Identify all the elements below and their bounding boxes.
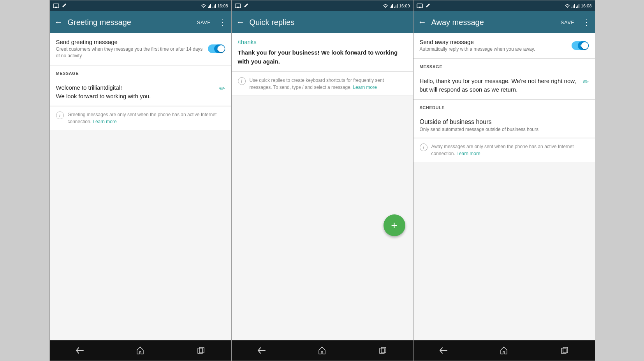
toggle-text-3: Send away message Automatically reply wi… [420,39,572,53]
signal-icon-2 [390,4,393,8]
svg-rect-3 [209,5,210,8]
nav-back-3[interactable] [437,346,450,355]
toggle-thumb-1 [218,45,225,52]
nav-back-1[interactable] [74,346,86,355]
nav-home-2[interactable] [316,346,328,355]
wifi-icon-2 [383,4,388,8]
screen-title-2: Quick replies [250,18,408,27]
fab-container-2: + [384,214,405,236]
shortcut-label-2: /thanks [238,39,407,45]
screenshot-icon-2 [235,4,241,8]
message-label-3: MESSAGE [420,64,443,69]
screenshot-icon [53,4,59,8]
fab-button-2[interactable]: + [384,214,405,236]
info-text-1: Greeting messages are only sent when the… [68,111,225,125]
toggle-thumb-3 [581,42,588,49]
status-icons-left-3 [417,4,430,8]
save-button-3[interactable]: SAVE [559,18,576,27]
svg-rect-5 [213,7,213,8]
status-bar-3: 16:08 [413,0,595,11]
status-icons-right-1: 16:08 [201,4,228,8]
nav-bar-2 [232,340,413,361]
status-bar-1: 16:08 [50,0,231,11]
signal2-icon-3 [576,4,579,8]
learn-more-link-2[interactable]: Learn more [353,85,377,90]
nav-bar-3 [413,340,595,361]
toggle-1[interactable]: ON [208,44,225,53]
signal-icon-1 [208,4,211,8]
info-row-1: i Greeting messages are only sent when t… [50,106,231,130]
schedule-subtitle-3: Only send automated message outside of b… [420,127,589,132]
edit-message-button-3[interactable]: ✏ [583,78,589,86]
info-icon-2: i [238,77,246,85]
schedule-label-3: SCHEDULE [420,105,445,110]
message-row-1[interactable]: Welcome to trilliantdigital!We look forw… [50,79,231,106]
edit-message-button-1[interactable]: ✏ [219,84,225,93]
top-bar-2: ← Quick replies [232,11,413,33]
svg-rect-23 [573,5,574,8]
svg-rect-22 [572,7,572,8]
more-button-1[interactable]: ⋮ [219,18,227,26]
message-label-1: MESSAGE [56,71,79,76]
toggle-subtitle-1: Greet customers when they message you th… [56,46,208,59]
message-label-row-1: MESSAGE [50,65,231,79]
content-3: Send away message Automatically reply wi… [413,33,595,340]
back-button-3[interactable]: ← [418,18,427,27]
content-2: /thanks Thank you for your business! We … [232,33,413,340]
top-bar-3: ← Away message SAVE ⋮ [413,11,595,33]
toggle-3[interactable]: ON [572,41,589,50]
info-icon-1: i [56,111,64,119]
status-bar-2: 16:09 [232,0,413,11]
svg-rect-4 [210,4,211,8]
save-button-1[interactable]: SAVE [195,18,213,27]
top-bar-1: ← Greeting message SAVE ⋮ [50,11,231,33]
svg-rect-27 [579,4,579,8]
svg-rect-24 [574,4,575,8]
back-button-2[interactable]: ← [236,18,245,27]
wifi-icon-1 [201,4,206,8]
learn-more-link-3[interactable]: Learn more [456,151,480,156]
info-text-2: Use quick replies to create keyboard sho… [250,77,407,91]
info-text-3: Away messages are only sent when the pho… [431,143,589,157]
nav-recents-1[interactable] [195,346,207,355]
back-button-1[interactable]: ← [55,18,63,27]
time-1: 16:08 [217,4,228,8]
svg-rect-16 [396,5,396,8]
edit-icon-status-2 [243,4,248,8]
svg-rect-21 [419,7,421,8]
status-icons-left-2 [235,4,248,8]
signal2-icon-2 [394,4,398,8]
screen-title-1: Greeting message [68,18,191,27]
screen-quickreplies: 16:09 ← Quick replies /thanks Thank you … [231,0,413,361]
message-label-row-3: MESSAGE [413,59,595,72]
wifi-icon-3 [565,4,570,8]
nav-recents-3[interactable] [558,346,571,355]
fab-area-2: + [232,96,413,244]
shortcut-row-2[interactable]: /thanks Thank you for your business! We … [232,33,413,72]
toggle-text-1: Send greeting message Greet customers wh… [56,39,208,59]
shortcut-message-2: Thank you for your business! We look for… [238,48,407,66]
schedule-row-3[interactable]: Outside of business hours Only send auto… [413,113,595,138]
edit-icon-status [62,4,66,8]
message-content-3: Hello, thank you for your message. We're… [420,77,580,94]
svg-rect-12 [390,7,391,8]
edit-icon-status-3 [425,4,430,8]
toggle-subtitle-3: Automatically reply with a message when … [420,46,572,53]
more-button-3[interactable]: ⋮ [582,18,590,26]
toggle-track-3[interactable]: ON [572,41,589,50]
nav-home-3[interactable] [498,346,510,355]
nav-home-1[interactable] [134,346,146,355]
svg-rect-1 [55,7,57,8]
status-icons-left-1 [53,4,66,8]
screen-away: 16:08 ← Away message SAVE ⋮ Send away me… [413,0,595,361]
toggle-track-1[interactable]: ON [208,44,225,53]
message-row-3[interactable]: Hello, thank you for your message. We're… [413,72,595,99]
nav-recents-2[interactable] [377,346,389,355]
status-icons-right-2: 16:09 [383,4,410,8]
nav-back-2[interactable] [255,346,268,355]
info-row-3: i Away messages are only sent when the p… [413,138,595,162]
screen-title-3: Away message [431,18,554,27]
toggle-title-3: Send away message [420,39,572,45]
signal2-icon-1 [213,4,216,8]
learn-more-link-1[interactable]: Learn more [93,119,116,124]
